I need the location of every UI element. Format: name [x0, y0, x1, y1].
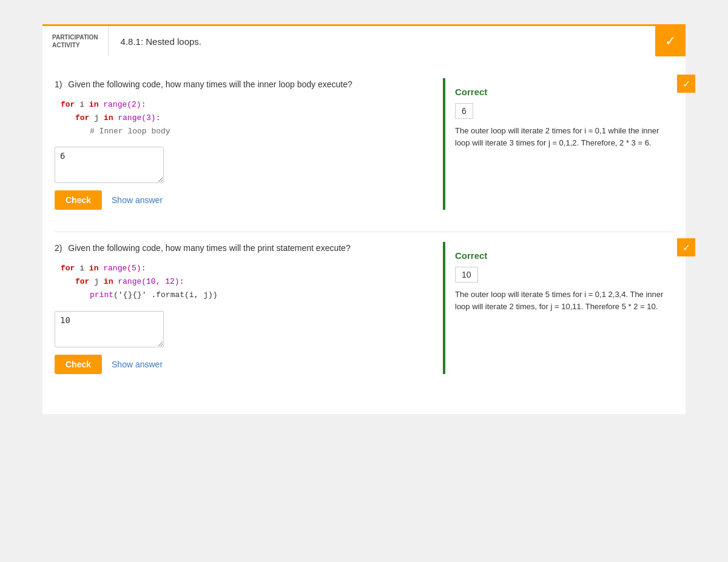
activity-title: 4.8.1: Nested loops.: [109, 29, 655, 54]
show-answer-button-2[interactable]: Show answer: [112, 360, 163, 369]
code-line-2-2: for j in range(10, 12):: [61, 275, 431, 289]
check-button-1[interactable]: Check: [55, 190, 102, 210]
participation-label: PARTICIPATION ACTIVITY: [52, 33, 98, 49]
header-check-button[interactable]: ✓: [655, 26, 686, 56]
btn-row-2: Check Show answer: [55, 355, 431, 374]
btn-row-1: Check Show answer: [55, 190, 431, 210]
for-kw-1: for: [61, 100, 79, 109]
answer-input-2[interactable]: 10: [55, 311, 164, 347]
question-text-2: 2) Given the following code, how many ti…: [55, 242, 431, 255]
question-block-1: 1) Given the following code, how many ti…: [55, 69, 673, 219]
answer-panel-2: Correct 10 The outer loop will iterate 5…: [443, 242, 673, 373]
question-text-1: 1) Given the following code, how many ti…: [55, 78, 431, 91]
main-content: 1) Given the following code, how many ti…: [42, 56, 686, 414]
answer-explanation-2: The outer loop will iterate 5 times for …: [455, 289, 664, 312]
check-button-2[interactable]: Check: [55, 355, 102, 374]
code-line-1-2: for j in range(3):: [61, 112, 431, 125]
question-number-1: 1): [55, 79, 62, 89]
answer-input-1[interactable]: 6: [55, 147, 164, 183]
answer-value-1: 6: [455, 103, 473, 119]
code-line-1-1: for i in range(2):: [61, 98, 431, 112]
checkmark-icon: ✓: [665, 33, 676, 49]
code-block-1: for i in range(2): for j in range(3): # …: [61, 98, 431, 138]
question-number-2: 2): [55, 243, 62, 253]
correct-icon-2: ✓: [677, 238, 695, 256]
code-block-2: for i in range(5): for j in range(10, 12…: [61, 262, 431, 302]
show-answer-button-1[interactable]: Show answer: [112, 195, 163, 205]
code-line-1-3: # Inner loop body: [61, 125, 431, 138]
code-line-2-3: print('{}{}' .format(i, j)): [61, 289, 431, 302]
answer-value-2: 10: [455, 267, 478, 283]
question-left-2: 2) Given the following code, how many ti…: [55, 242, 431, 373]
correct-label-2: Correct: [455, 250, 664, 261]
answer-explanation-1: The outer loop will iterate 2 times for …: [455, 125, 664, 149]
correct-label-1: Correct: [455, 87, 664, 97]
header-label: PARTICIPATION ACTIVITY: [42, 26, 109, 56]
question-block-2: 2) Given the following code, how many ti…: [55, 232, 673, 383]
answer-panel-1: Correct 6 The outer loop will iterate 2 …: [443, 78, 673, 210]
correct-icon-1: ✓: [677, 75, 695, 93]
question-left-1: 1) Given the following code, how many ti…: [55, 78, 431, 210]
code-line-2-1: for i in range(5):: [61, 262, 431, 275]
activity-header: PARTICIPATION ACTIVITY 4.8.1: Nested loo…: [42, 24, 686, 56]
